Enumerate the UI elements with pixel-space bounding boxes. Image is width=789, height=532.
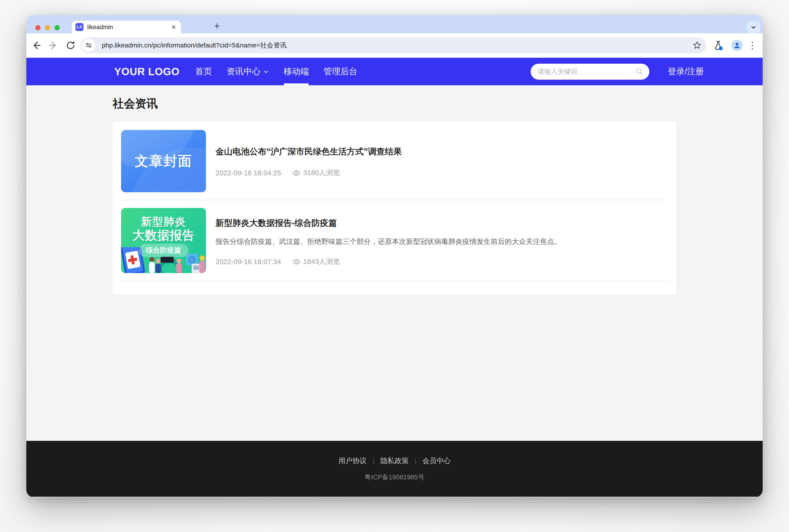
article-date: 2022-09-16 18:07:34: [215, 258, 281, 266]
article-date: 2022-09-16 18:04:25: [215, 169, 281, 177]
zoom-window-button[interactable]: [55, 25, 60, 30]
article-thumbnail[interactable]: 新型肺炎 大数据报告 综合防疫篇: [121, 208, 206, 273]
window-controls: [35, 25, 60, 30]
thumbnail-title-line2: 大数据报告: [121, 227, 206, 244]
footer-separator: |: [415, 457, 416, 464]
divider: [121, 200, 668, 200]
search-box: [531, 64, 649, 80]
article-meta: 2022-09-16 18:07:34 1843人浏览: [215, 257, 668, 266]
bookmark-star-icon[interactable]: [692, 41, 702, 50]
nav-item-admin[interactable]: 管理后台: [323, 66, 357, 77]
footer-link-member-center[interactable]: 会员中心: [422, 456, 451, 466]
article-title[interactable]: 新型肺炎大数据报告-综合防疫篇: [215, 218, 668, 228]
site-footer: 用户协议 | 隐私政策 | 会员中心 粤ICP备19081985号: [26, 441, 763, 497]
tab-title: likeadmin: [87, 23, 170, 31]
browser-toolbar: php.likeadmin.cn/pc/information/default?…: [26, 33, 763, 58]
tab-strip: LA likeadmin × +: [26, 15, 763, 33]
site-info-icon[interactable]: [82, 39, 95, 52]
minimize-window-button[interactable]: [45, 25, 50, 30]
article-thumbnail[interactable]: 文章封面: [121, 130, 206, 192]
article-summary: 报告分综合防疫篇、武汉篇、拒绝野味篇三个部分，还原本次新型冠状病毒肺炎疫情发生前…: [215, 236, 668, 247]
thumbnail-title-line1: 新型肺炎: [121, 214, 206, 229]
reload-icon[interactable]: [63, 33, 78, 57]
views-count: 1843人浏览: [303, 257, 340, 266]
address-bar[interactable]: php.likeadmin.cn/pc/information/default?…: [80, 37, 706, 53]
browser-menu-icon[interactable]: ⋮: [745, 33, 759, 57]
search-icon[interactable]: [636, 68, 644, 77]
desktop: LA likeadmin × +: [0, 0, 789, 532]
tab-search-chevron-icon[interactable]: [747, 21, 760, 33]
article-row[interactable]: 文章封面 金山电池公布“沪广深市民绿色生活方式”调查结果 2022-09-16 …: [121, 130, 668, 192]
article-list-card: 文章封面 金山电池公布“沪广深市民绿色生活方式”调查结果 2022-09-16 …: [113, 121, 676, 294]
tab-favicon: LA: [75, 23, 83, 31]
article-meta: 2022-09-16 18:04:25 3180人浏览: [215, 168, 668, 178]
browser-window: LA likeadmin × +: [26, 15, 763, 497]
login-register-link[interactable]: 登录/注册: [668, 66, 704, 77]
footer-link-privacy-policy[interactable]: 隐私政策: [380, 456, 409, 466]
footer-link-user-agreement[interactable]: 用户协议: [338, 456, 367, 466]
back-icon[interactable]: [29, 33, 43, 57]
profile-avatar[interactable]: [728, 33, 746, 57]
url-text[interactable]: php.likeadmin.cn/pc/information/default?…: [102, 41, 688, 50]
article-row[interactable]: 新型肺炎 大数据报告 综合防疫篇: [121, 208, 668, 273]
thumbnail-caption: 文章封面: [135, 152, 192, 170]
footer-separator: |: [373, 457, 374, 464]
new-tab-button[interactable]: +: [210, 19, 224, 33]
nav-item-home[interactable]: 首页: [195, 66, 212, 77]
page-content: 社会资讯 文章封面 金山电池公布“沪广深市民绿色生活方式”调查结果 2022-0…: [26, 85, 763, 441]
eye-icon: [293, 259, 300, 265]
eye-icon: [293, 170, 300, 176]
nav-item-mobile[interactable]: 移动端: [284, 66, 309, 77]
browser-tab[interactable]: LA likeadmin ×: [72, 21, 181, 33]
thumbnail-badge: 综合防疫篇: [139, 244, 188, 257]
site-logo[interactable]: YOUR LOGO: [114, 66, 180, 78]
experiments-flask-icon[interactable]: [709, 33, 727, 57]
divider: [121, 281, 668, 281]
article-views: 3180人浏览: [293, 168, 340, 178]
avatar-icon: [731, 40, 743, 51]
article-views: 1843人浏览: [293, 257, 340, 266]
close-window-button[interactable]: [35, 25, 40, 30]
chevron-down-icon: [263, 69, 269, 75]
footer-links: 用户协议 | 隐私政策 | 会员中心: [338, 456, 451, 466]
forward-icon[interactable]: [46, 33, 60, 57]
tab-close-icon[interactable]: ×: [170, 23, 177, 31]
page-title: 社会资讯: [113, 85, 676, 111]
nav-links: 首页 资讯中心 移动端 管理后台: [195, 66, 372, 77]
search-input[interactable]: [531, 64, 649, 80]
nav-item-news-center[interactable]: 资讯中心: [227, 66, 269, 77]
site-navbar: YOUR LOGO 首页 资讯中心 移动端 管理后台: [26, 58, 763, 85]
icp-number: 粤ICP备19081985号: [364, 473, 424, 482]
views-count: 3180人浏览: [303, 168, 340, 178]
article-title[interactable]: 金山电池公布“沪广深市民绿色生活方式”调查结果: [215, 146, 668, 157]
